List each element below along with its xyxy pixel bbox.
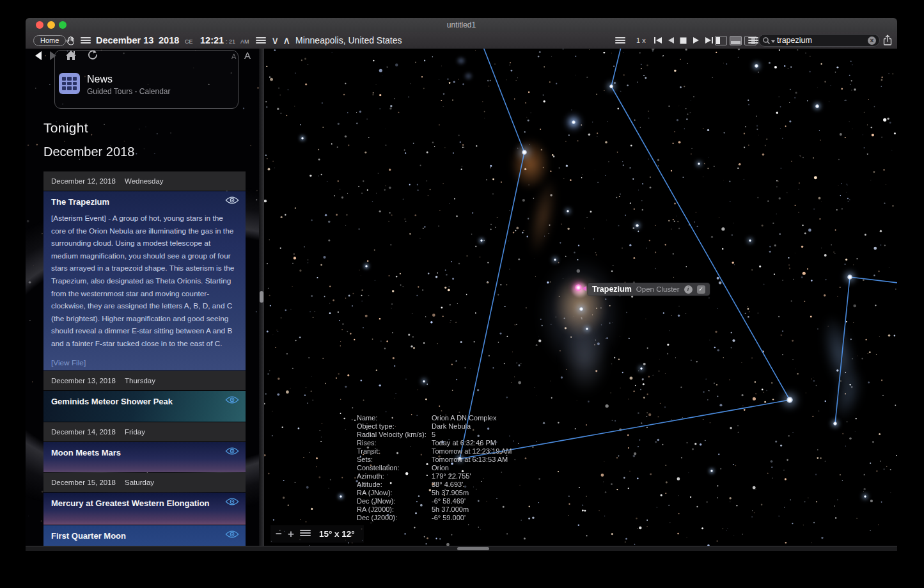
chevron-up-icon[interactable]: ∧ [283,32,290,49]
time-flow-rate[interactable]: 1 x [636,32,646,49]
info-icon[interactable]: i [684,285,693,294]
event-title: The Trapezium [43,191,246,207]
bright-star [833,422,837,425]
info-row: RA (J2000):5h 37.000m [357,505,512,514]
info-row: Object type:Dark Nebula [357,422,512,431]
skip-to-start-icon[interactable] [654,32,662,49]
search-clear-icon[interactable]: × [868,36,876,45]
info-row: Dec (JNow):-6° 58.469' [357,497,512,505]
app-window: untitled1 Home December 13 2018 CE 12:21… [26,18,897,551]
selection-arrow-icon [582,286,586,291]
pane-layout-bottom-icon[interactable] [730,36,742,45]
event-item[interactable]: The Trapezium [Asterism Event] - A group… [43,191,246,370]
eye-icon[interactable] [225,530,239,539]
pane-splitter-handle[interactable] [260,291,263,303]
fov-controls: − + 15° x 12° [270,525,364,543]
date-menu-icon[interactable] [81,32,91,49]
share-icon[interactable] [882,32,893,49]
search-icon [762,36,771,45]
event-item[interactable]: Mercury at Greatest Western Elongation [43,493,246,525]
checkbox-icon[interactable]: ✓ [697,285,705,294]
info-row: Dec (J2000):-6° 59.000' [357,514,512,522]
event-item[interactable]: Moon Meets Mars [43,442,246,472]
date-header: December 12, 2018Wednesday [43,171,246,191]
bright-star [787,397,793,403]
object-type: Open Cluster [636,285,680,293]
view-options-icon[interactable] [748,32,758,49]
event-list: December 12, 2018WednesdayThe Trapezium … [43,171,246,546]
bright-star [755,64,758,68]
toolbar-era: CE [185,33,193,50]
toolbar-year[interactable]: 2018 [159,32,179,49]
sky-view[interactable]: Trapezium Open Cluster i ✓ Name:Orion A … [264,49,897,546]
event-item[interactable]: Geminids Meteor Shower Peak [43,391,246,422]
fov-label: 15° x 12° [319,529,355,539]
sidebar: A A News Guided Tours - Calendar Tonight… [26,49,259,546]
date-header: December 15, 2018Saturday [43,473,246,492]
toolbar: Home December 13 2018 CE 12:21 : 21 AM ∨… [26,32,897,49]
toolbar-ampm: AM [240,33,249,50]
date-header: December 14, 2018Friday [43,422,246,441]
time-menu-icon[interactable] [256,32,266,49]
event-item[interactable]: First Quarter Moon [43,525,246,546]
bright-star [572,120,576,124]
search-input-value[interactable]: trapezium [777,36,812,45]
eye-icon[interactable] [225,497,239,506]
object-name: Trapezium [592,285,632,294]
event-title: Moon Meets Mars [43,442,246,457]
news-title: News [87,74,113,85]
info-row: Sets:Tomorrow at 6:13:53 AM [357,456,512,464]
selected-object-label[interactable]: Trapezium Open Cluster i ✓ [588,283,710,296]
eye-icon[interactable] [225,196,239,205]
titlebar: untitled1 [26,18,897,33]
object-info-panel: Name:Orion A DN ComplexObject type:Dark … [357,414,512,522]
search-field[interactable]: trapezium × [758,34,880,47]
location-label[interactable]: Minneapolis, United States [295,32,402,49]
home-button[interactable]: Home [33,35,66,46]
bright-star [636,224,639,227]
info-row: Transit:Tomorrow at 12:23:19 AM [357,447,512,456]
stop-icon[interactable] [680,32,687,49]
horizontal-scrollbar-thumb[interactable] [457,547,489,550]
news-subtitle: Guided Tours - Calendar [87,87,171,96]
font-increase-button[interactable]: A [244,50,251,61]
toolbar-time[interactable]: 12:21 [200,32,224,49]
event-description: [Asterism Event] - A group of hot, young… [43,207,246,351]
bright-star [847,274,852,280]
event-title: Mercury at Greatest Western Elongation [43,493,246,508]
skip-to-end-icon[interactable] [705,32,714,49]
playback-menu-icon[interactable] [615,32,625,49]
info-row: Radial Velocity (km/s):5 [357,431,512,439]
fov-menu-icon[interactable] [300,528,311,540]
hand-tool-icon[interactable] [65,32,76,49]
toolbar-date[interactable]: December 13 [96,32,153,49]
date-header: December 13, 2018Thursday [43,371,246,390]
toolbar-time-seconds: : 21 [226,33,235,50]
play-icon[interactable] [693,32,700,49]
pane-layout-left-icon[interactable] [715,36,727,45]
pane-splitter[interactable] [259,49,264,546]
calendar-icon [59,73,80,94]
event-title: First Quarter Moon [43,525,246,541]
news-card[interactable]: News Guided Tours - Calendar [54,50,239,109]
chevron-down-icon[interactable]: ∨ [271,32,279,49]
search-scope-chevron-icon[interactable] [771,40,775,43]
info-row: Name:Orion A DN Complex [357,414,512,422]
eye-icon[interactable] [225,447,239,456]
nav-back-icon[interactable] [35,51,42,60]
selected-object-marker[interactable] [575,284,582,291]
info-row: Azimuth:179° 22.755' [357,472,512,481]
zoom-out-button[interactable]: − [276,525,282,543]
window-title: untitled1 [26,18,897,32]
info-row: Rises:Today at 6:32:46 PM [357,439,512,447]
info-row: RA (JNow):5h 37.905m [357,489,512,497]
horizontal-scrollbar[interactable] [26,546,897,551]
month-heading: December 2018 [43,145,134,159]
info-row: Constellation:Orion [357,464,512,472]
bright-star [815,104,818,107]
eye-icon[interactable] [225,395,239,404]
tonight-heading: Tonight [43,120,88,136]
step-back-icon[interactable] [667,32,675,49]
view-file-link[interactable]: [View File] [43,351,246,367]
zoom-in-button[interactable]: + [288,525,294,543]
